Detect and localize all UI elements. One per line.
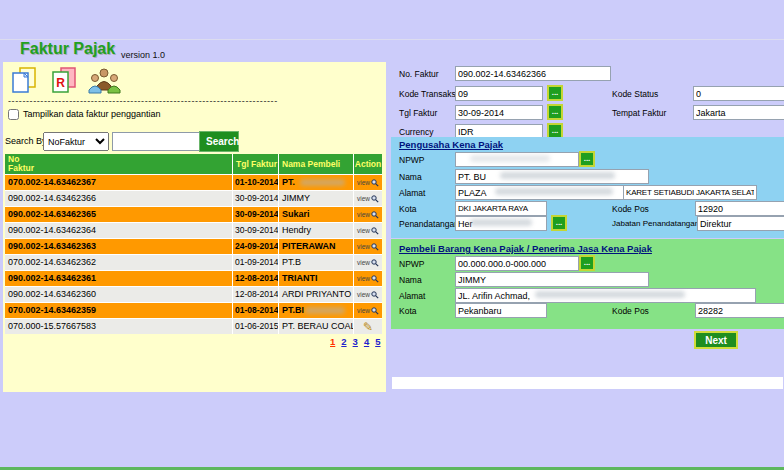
pkp-nama-label: Nama [399,172,422,182]
cell-nama-pembeli: JIMMY [279,191,353,206]
view-button[interactable]: view [357,287,379,302]
report-document-icon[interactable]: R [49,66,79,96]
view-button[interactable]: view [357,239,379,254]
copy-documents-icon[interactable] [10,66,40,96]
page-title: Faktur Pajak [20,40,115,58]
kode-status-label: Kode Status [612,89,658,99]
tgl-faktur-browse-button[interactable]: ... [547,104,563,120]
pembeli-kode-pos-label: Kode Pos [612,306,649,316]
redacted-text [470,155,550,162]
table-row: 090.002-14.63462361 12-08-2014 TRIANTI v… [5,271,382,286]
cell-action: view [354,255,382,270]
page-link-4[interactable]: 4 [364,336,369,347]
edit-pencil-icon[interactable]: ✎ [363,321,373,333]
table-header-row: No Faktur Tgl Faktur Nama Pembeli Action [5,154,382,174]
pkp-npwp-browse-button[interactable]: ... [579,151,595,167]
cell-tgl-faktur: 01-08-2014 [233,303,278,318]
show-replacement-invoices-checkbox[interactable] [8,109,19,120]
page-link-5[interactable]: 5 [375,336,380,347]
page-link-2[interactable]: 2 [341,336,346,347]
tgl-faktur-input[interactable] [455,105,543,120]
pkp-alamat-input-2[interactable] [623,185,757,200]
kode-transaksi-browse-button[interactable]: ... [547,85,563,101]
cell-nama-pembeli: Sukari [279,207,353,222]
cell-no-faktur: 090.002-14.63462364 [5,223,232,238]
cell-no-faktur: 090.002-14.63462363 [5,239,232,254]
table-row: 090.002-14.63462366 30-09-2014 JIMMY vie… [5,191,382,206]
cell-no-faktur: 070.000-15.57667583 [5,319,232,334]
view-button[interactable]: view [357,303,379,318]
table-row: 090.002-14.63462360 12-08-2014 ARDI PRIY… [5,287,382,302]
pembeli-nama-input[interactable] [455,272,649,287]
view-button[interactable]: view [357,255,379,270]
tgl-faktur-label: Tgl Faktur [399,108,437,118]
cell-action: view [354,175,382,190]
cell-action: view [354,223,382,238]
cell-no-faktur: 090.002-14.63462360 [5,287,232,302]
kode-status-input[interactable] [693,86,784,101]
cell-tgl-faktur: 24-09-2014 [233,239,278,254]
pkp-kode-pos-input[interactable] [695,201,784,216]
penandatangan-label: Penandatangan [399,219,459,229]
checkbox-label: Tampilkan data faktur penggantian [23,109,161,119]
pembeli-npwp-label: NPWP [399,259,425,269]
view-button[interactable]: view [357,223,379,238]
cell-tgl-faktur: 12-08-2014 [233,271,278,286]
pembeli-kota-input[interactable] [455,303,547,318]
cell-action: view [354,207,382,222]
pembeli-npwp-input[interactable] [455,256,579,271]
tempat-faktur-label: Tempat Faktur [612,108,666,118]
search-input[interactable] [112,132,200,151]
cell-action: view [354,271,382,286]
pembeli-npwp-browse-button[interactable]: ... [579,255,595,271]
view-button[interactable]: view [357,207,379,222]
table-row: 070.002-14.63462362 01-09-2014 PT.B view [5,255,382,270]
currency-label: Currency [399,127,433,137]
penandatangan-browse-button[interactable]: ... [551,215,567,231]
pkp-kota-input[interactable] [455,201,547,216]
cell-no-faktur: 070.002-14.63462362 [5,255,232,270]
view-button[interactable]: view [357,175,379,190]
cell-nama-pembeli: ARDI PRIYANTO [279,287,353,302]
page-link-3[interactable]: 3 [353,336,358,347]
cell-tgl-faktur: 30-09-2014 [233,191,278,206]
pembeli-kode-pos-input[interactable] [695,303,784,318]
search-button[interactable]: Search [199,131,239,152]
kode-transaksi-input[interactable] [455,86,543,101]
magnifier-icon [371,195,379,203]
no-faktur-input[interactable] [455,66,611,81]
cell-action: view [354,303,382,318]
view-button[interactable]: view [357,271,379,286]
bottom-text-field[interactable] [392,377,783,389]
cell-tgl-faktur: 01-06-2015 [233,319,278,334]
toolbar: R [10,66,118,96]
users-group-icon[interactable] [88,66,118,96]
cell-action: view [354,287,382,302]
pembeli-alamat-label: Alamat [399,291,425,301]
magnifier-icon [371,227,379,235]
magnifier-icon [371,259,379,267]
pkp-alamat-label: Alamat [399,188,425,198]
pkp-kota-label: Kota [399,204,417,214]
page-link-1[interactable]: 1 [330,336,335,347]
cell-no-faktur: 070.002-14.63462359 [5,303,232,318]
jabatan-penandatangan-input[interactable] [697,216,784,231]
tempat-faktur-input[interactable] [693,105,784,120]
app-window: Faktur Pajak version 1.0 R [0,0,784,470]
view-button[interactable]: view [357,191,379,206]
redacted-text [470,219,532,226]
cell-action: ✎ [354,319,382,334]
cell-tgl-faktur: 01-10-2014 [233,175,278,190]
pembeli-kota-label: Kota [399,306,417,316]
pembeli-section-title: Pembeli Barang Kena Pajak / Penerima Jas… [399,243,652,254]
search-field-select[interactable]: NoFaktur [43,132,109,151]
cell-nama-pembeli: PT. BERAU COAL [279,319,353,334]
pkp-npwp-label: NPWP [399,155,425,165]
cell-nama-pembeli: TRIANTI [279,271,353,286]
magnifier-icon [371,211,379,219]
header-no-faktur: No Faktur [5,154,232,174]
magnifier-icon [371,307,379,315]
cell-tgl-faktur: 30-09-2014 [233,223,278,238]
cell-tgl-faktur: 30-09-2014 [233,207,278,222]
next-button[interactable]: Next [694,331,738,349]
